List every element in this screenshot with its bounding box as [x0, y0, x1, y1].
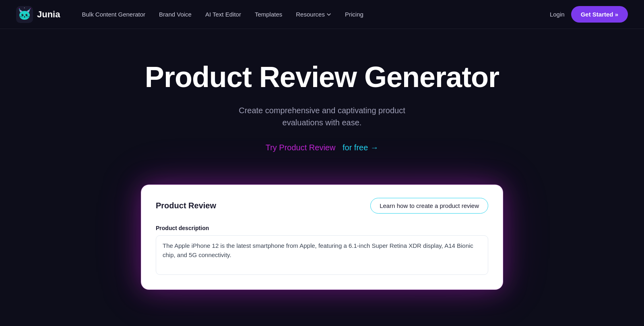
junia-logo-icon: ✦ ✦ ✦	[16, 6, 33, 23]
nav-pricing[interactable]: Pricing	[339, 8, 369, 21]
logo-name: Junia	[37, 9, 60, 20]
svg-point-1	[19, 11, 30, 20]
nav-resources[interactable]: Resources	[290, 8, 337, 21]
hero-cta-try-text: Try Product Review	[266, 143, 336, 152]
product-description-textarea[interactable]	[156, 235, 488, 275]
navbar: ✦ ✦ ✦ Junia Bulk Content Generator Brand…	[0, 0, 644, 29]
hero-cta-free-text: for free	[343, 143, 368, 152]
logo-link[interactable]: ✦ ✦ ✦ Junia	[16, 6, 60, 23]
hero-section: Product Review Generator Create comprehe…	[0, 29, 644, 176]
hero-title: Product Review Generator	[16, 61, 628, 93]
card-section: Product Review Learn how to create a pro…	[0, 176, 644, 290]
svg-point-7	[26, 14, 28, 16]
nav-brand-voice[interactable]: Brand Voice	[153, 8, 197, 21]
field-label: Product description	[156, 225, 488, 231]
nav-actions: Login Get Started »	[550, 6, 628, 23]
svg-text:✦: ✦	[19, 7, 20, 10]
hero-cta-for-text	[338, 143, 340, 152]
card-title: Product Review	[156, 201, 216, 210]
hero-cta-link[interactable]: Try Product Review for free →	[266, 143, 379, 152]
svg-point-9	[27, 14, 27, 15]
product-review-card: Product Review Learn how to create a pro…	[141, 185, 503, 290]
product-description-field: Product description	[156, 225, 488, 276]
learn-how-button[interactable]: Learn how to create a product review	[370, 198, 488, 214]
card-header: Product Review Learn how to create a pro…	[156, 198, 488, 214]
nav-bulk-content-generator[interactable]: Bulk Content Generator	[76, 8, 151, 21]
svg-point-8	[23, 14, 23, 15]
svg-point-6	[22, 14, 24, 16]
nav-templates[interactable]: Templates	[249, 8, 288, 21]
nav-links: Bulk Content Generator Brand Voice AI Te…	[76, 8, 549, 21]
svg-point-10	[24, 16, 25, 17]
nav-ai-text-editor[interactable]: AI Text Editor	[200, 8, 247, 21]
hero-subtitle: Create comprehensive and captivating pro…	[16, 104, 628, 129]
chevron-down-icon	[326, 12, 331, 17]
svg-text:✦: ✦	[29, 7, 31, 10]
get-started-button[interactable]: Get Started »	[571, 6, 628, 23]
login-link[interactable]: Login	[550, 11, 565, 18]
hero-cta-arrow: →	[370, 143, 378, 152]
